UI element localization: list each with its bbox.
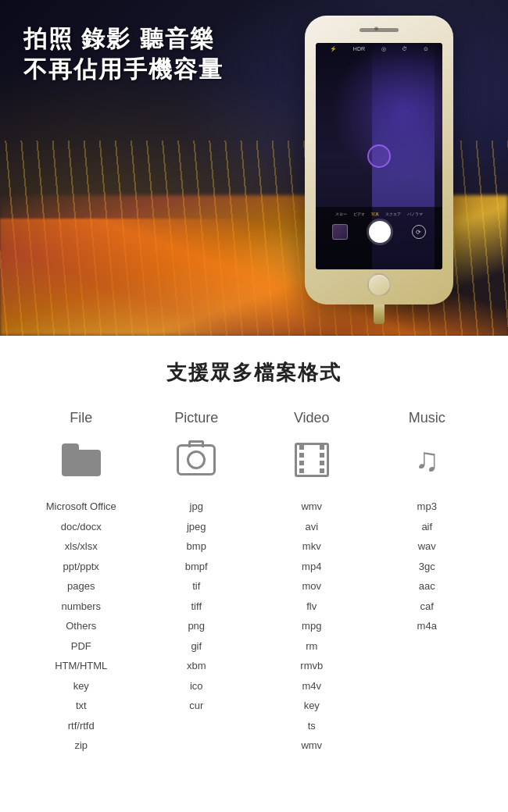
- format-item: aif: [374, 517, 481, 537]
- format-item-others: Others: [27, 616, 135, 636]
- hero-title-line1: 拍照 錄影 聽音樂: [23, 26, 215, 52]
- video-icon-container: [288, 438, 335, 481]
- video-category-label: Video: [294, 410, 330, 426]
- format-item: wav: [374, 536, 481, 557]
- format-item: wmv: [258, 497, 366, 517]
- section-title: 支援眾多檔案格式: [23, 359, 485, 386]
- format-item: bmp: [143, 536, 251, 557]
- format-item: caf: [374, 597, 481, 617]
- format-item: ts: [258, 716, 366, 736]
- folder-icon: [62, 443, 101, 476]
- camera-shutter-button[interactable]: [369, 221, 391, 243]
- capture-ring: [367, 144, 391, 168]
- video-column: Video wmv avi mkv mp4 mov flv mpg rm rmv…: [254, 410, 370, 756]
- format-item: zip: [27, 735, 135, 756]
- phone-home-button[interactable]: [367, 273, 391, 297]
- format-item: gif: [143, 636, 251, 657]
- format-item: png: [143, 616, 251, 636]
- picture-icon-container: [173, 438, 220, 481]
- picture-category-label: Picture: [174, 410, 218, 426]
- format-grid: File Microsoft Office doc/docx xls/xlsx …: [23, 410, 485, 756]
- flip-icon: ⟳: [416, 229, 421, 236]
- format-item: wmv: [258, 735, 366, 756]
- format-item: numbers: [27, 597, 135, 617]
- format-item: m4v: [258, 676, 366, 696]
- format-item: rtf/rtfd: [27, 716, 135, 736]
- format-item: mpg: [258, 616, 366, 636]
- hero-section: 拍照 錄影 聽音樂 不再佔用手機容量 ⚡ HDR ◎ ⏱ ⊙: [0, 0, 508, 336]
- camera-thumbnail: [332, 224, 348, 240]
- file-format-list: Microsoft Office doc/docx xls/xlsx ppt/p…: [27, 497, 135, 756]
- flash-icon: ⚡: [330, 46, 337, 52]
- lightning-connector: [374, 304, 385, 324]
- hero-title-line2: 不再佔用手機容量: [23, 56, 224, 82]
- phone-speaker: [360, 28, 399, 32]
- mode-photo: 写真: [371, 212, 379, 216]
- file-icon-container: [58, 438, 105, 481]
- format-item: HTM/HTML: [27, 656, 135, 676]
- hdr-label: HDR: [353, 46, 365, 52]
- format-item: doc/docx: [27, 517, 135, 537]
- music-format-list: mp3 aif wav 3gc aac caf m4a: [374, 497, 481, 636]
- camera-flip-button[interactable]: ⟳: [412, 225, 426, 239]
- music-column: Music ♫ mp3 aif wav 3gc aac caf m4a: [370, 410, 485, 756]
- format-item: avi: [258, 517, 366, 537]
- format-item: tiff: [143, 597, 251, 617]
- format-item: tif: [143, 576, 251, 597]
- camera-controls: ⟳: [316, 218, 442, 246]
- camera-modes: スロー ビデオ 写真 スクエア パノラマ: [316, 207, 442, 218]
- mode-pano: パノラマ: [407, 212, 423, 216]
- file-category-label: File: [70, 410, 92, 426]
- format-item: mp3: [374, 497, 481, 517]
- format-item: m4a: [374, 616, 481, 636]
- phone-screen-bg: ⚡ HDR ◎ ⏱ ⊙ スロー ビデオ 写真 スクエ: [316, 43, 442, 269]
- music-icon: ♫: [415, 443, 440, 476]
- format-item: ico: [143, 676, 251, 696]
- music-category-label: Music: [409, 410, 445, 426]
- format-item: aac: [374, 576, 481, 597]
- mode-square: スクエア: [385, 212, 401, 216]
- format-item: mp4: [258, 557, 366, 577]
- format-item: ppt/pptx: [27, 557, 135, 577]
- camera-ui: スロー ビデオ 写真 スクエア パノラマ ⟳: [316, 207, 442, 269]
- format-item: jpg: [143, 497, 251, 517]
- format-item: cur: [143, 696, 251, 716]
- hero-title: 拍照 錄影 聽音樂 不再佔用手機容量: [23, 23, 224, 84]
- phone-screen: ⚡ HDR ◎ ⏱ ⊙ スロー ビデオ 写真 スクエ: [316, 43, 442, 269]
- format-item: key: [258, 696, 366, 716]
- format-item: 3gc: [374, 557, 481, 577]
- camera-icon: [177, 444, 216, 475]
- music-icon-container: ♫: [403, 438, 450, 481]
- format-item: mov: [258, 576, 366, 597]
- format-item: rm: [258, 636, 366, 657]
- format-item: rmvb: [258, 656, 366, 676]
- format-item: flv: [258, 597, 366, 617]
- format-item: Microsoft Office: [27, 497, 135, 517]
- phone-outer: ⚡ HDR ◎ ⏱ ⊙ スロー ビデオ 写真 スクエ: [305, 16, 453, 304]
- format-item: PDF: [27, 636, 135, 657]
- phone-camera-dot: [374, 27, 378, 30]
- mode-slow: スロー: [335, 212, 347, 216]
- format-item: txt: [27, 696, 135, 716]
- format-item: xbm: [143, 656, 251, 676]
- format-item: mkv: [258, 536, 366, 557]
- film-icon: [295, 443, 329, 477]
- video-format-list: wmv avi mkv mp4 mov flv mpg rm rmvb m4v …: [258, 497, 366, 756]
- file-column: File Microsoft Office doc/docx xls/xlsx …: [23, 410, 139, 756]
- format-item: pages: [27, 576, 135, 597]
- hero-text: 拍照 錄影 聽音樂 不再佔用手機容量: [23, 23, 224, 84]
- format-item: bmpf: [143, 557, 251, 577]
- format-item: jpeg: [143, 517, 251, 537]
- mode-video: ビデオ: [353, 212, 365, 216]
- phone-mockup: ⚡ HDR ◎ ⏱ ⊙ スロー ビデオ 写真 スクエ: [305, 16, 461, 312]
- format-item: key: [27, 676, 135, 696]
- picture-column: Picture jpg jpeg bmp bmpf tif tiff png g…: [139, 410, 255, 756]
- format-item: xls/xlsx: [27, 536, 135, 557]
- features-section: 支援眾多檔案格式 File Microsoft Office doc/docx …: [0, 336, 508, 771]
- picture-format-list: jpg jpeg bmp bmpf tif tiff png gif xbm i…: [143, 497, 251, 716]
